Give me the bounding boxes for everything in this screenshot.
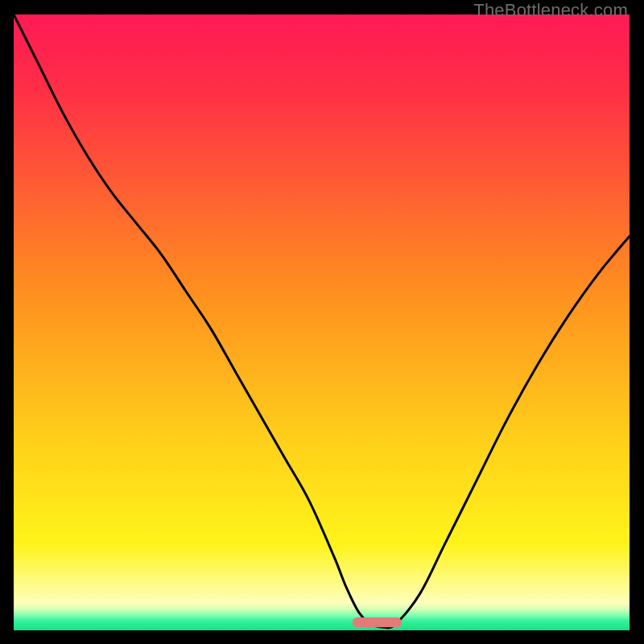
plot-area: [14, 14, 630, 630]
gradient-background: [14, 14, 630, 630]
watermark-text: TheBottleneck.com: [473, 0, 628, 20]
bottleneck-chart: [14, 14, 630, 630]
chart-frame: TheBottleneck.com: [0, 0, 644, 644]
watermark: TheBottleneck.com: [473, 0, 628, 21]
optimum-marker: [353, 617, 402, 627]
